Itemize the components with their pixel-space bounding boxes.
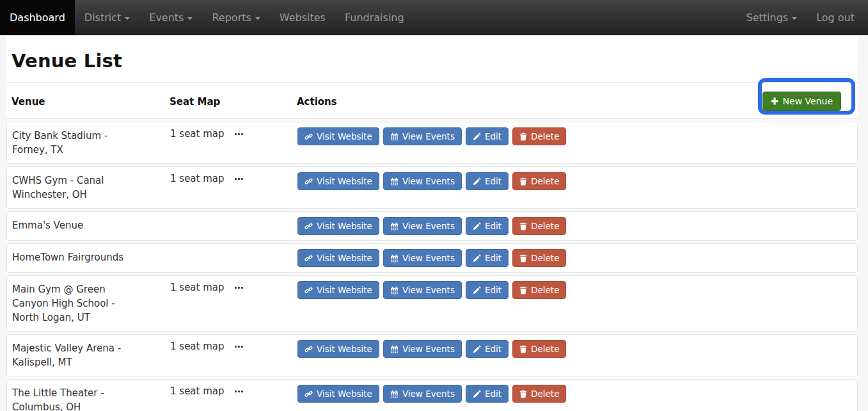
trash-icon	[519, 254, 527, 262]
view-events-button[interactable]: View Events	[383, 172, 462, 190]
delete-button[interactable]: Delete	[512, 249, 566, 267]
visit-website-button[interactable]: Visit Website	[297, 127, 379, 145]
link-icon	[304, 133, 313, 141]
new-venue-button-label: New Venue	[783, 96, 833, 106]
trash-icon	[519, 286, 527, 294]
nav-item-label: Events	[149, 12, 184, 24]
trash-icon	[519, 345, 527, 353]
top-navbar: DashboardDistrictEventsReportsWebsitesFu…	[0, 0, 868, 35]
pencil-icon	[473, 222, 481, 230]
pencil-icon	[473, 133, 481, 141]
delete-button[interactable]: Delete	[512, 217, 566, 235]
nav-item-district[interactable]: District	[75, 0, 139, 35]
venue-name: Emma's Venue	[7, 212, 170, 240]
edit-button[interactable]: Edit	[466, 281, 509, 299]
ellipsis-icon[interactable]	[233, 344, 244, 350]
venue-name: CWHS Gym - Canal Winchester, OH	[7, 167, 170, 208]
seat-map-label: 1 seat map	[170, 341, 225, 352]
nav-item-dashboard[interactable]: Dashboard	[0, 0, 75, 35]
view-events-button[interactable]: View Events	[383, 249, 462, 267]
table-row: Main Gym @ Green Canyon High School - No…	[6, 275, 858, 332]
link-icon	[304, 222, 313, 230]
nav-item-websites[interactable]: Websites	[270, 0, 335, 35]
pencil-icon	[473, 390, 481, 398]
link-icon	[304, 390, 313, 398]
trash-icon	[519, 133, 527, 141]
nav-item-settings[interactable]: Settings	[737, 0, 807, 35]
row-actions: Visit Website View Events Edit	[297, 212, 857, 240]
trash-icon	[519, 390, 527, 398]
content-panel: Venue List Venue Seat Map Actions New Ve…	[6, 36, 858, 411]
column-header-seat-map: Seat Map	[170, 83, 297, 118]
calendar-icon	[390, 345, 398, 353]
nav-item-reports[interactable]: Reports	[202, 0, 269, 35]
visit-website-button[interactable]: Visit Website	[297, 281, 379, 299]
visit-website-button[interactable]: Visit Website	[297, 385, 379, 403]
nav-item-label: Dashboard	[10, 12, 65, 24]
seat-map-cell: 1 seat map	[170, 335, 297, 352]
visit-website-button[interactable]: Visit Website	[297, 340, 379, 358]
nav-item-label: Websites	[280, 12, 326, 24]
nav-item-events[interactable]: Events	[139, 0, 202, 35]
delete-button[interactable]: Delete	[512, 281, 566, 299]
chevron-down-icon	[187, 17, 193, 20]
seat-map-cell	[170, 212, 297, 218]
pencil-icon	[473, 177, 481, 186]
edit-button[interactable]: Edit	[466, 340, 509, 358]
visit-website-button[interactable]: Visit Website	[297, 217, 379, 235]
navbar-left: DashboardDistrictEventsReportsWebsitesFu…	[0, 0, 414, 35]
table-body: City Bank Stadium - Forney, TX 1 seat ma…	[6, 122, 858, 411]
calendar-icon	[390, 390, 398, 398]
delete-button[interactable]: Delete	[512, 340, 566, 358]
table-header-row: Venue Seat Map Actions New Venue	[6, 82, 858, 119]
delete-button[interactable]: Delete	[512, 385, 566, 403]
seat-map-label: 1 seat map	[170, 173, 225, 184]
view-events-button[interactable]: View Events	[383, 217, 462, 235]
nav-item-log-out[interactable]: Log out	[807, 0, 864, 35]
nav-item-fundraising[interactable]: Fundraising	[335, 0, 414, 35]
view-events-button[interactable]: View Events	[383, 127, 462, 145]
ellipsis-icon[interactable]	[233, 176, 244, 182]
edit-button[interactable]: Edit	[466, 217, 509, 235]
table-row: Majestic Valley Arena - Kalispell, MT 1 …	[6, 334, 858, 376]
delete-button[interactable]: Delete	[512, 172, 566, 190]
ellipsis-icon[interactable]	[233, 285, 244, 291]
edit-button[interactable]: Edit	[466, 385, 509, 403]
link-icon	[304, 345, 313, 353]
seat-map-label: 1 seat map	[170, 282, 225, 293]
seat-map-cell	[170, 244, 297, 250]
calendar-icon	[390, 133, 398, 141]
ellipsis-icon[interactable]	[233, 389, 244, 394]
row-actions: Visit Website View Events Edit	[297, 335, 857, 376]
nav-item-label: Log out	[816, 12, 855, 24]
view-events-button[interactable]: View Events	[383, 385, 462, 403]
row-actions: Visit Website View Events Edit	[297, 122, 857, 163]
venue-name: Main Gym @ Green Canyon High School - No…	[7, 276, 170, 331]
nav-item-label: Settings	[746, 12, 789, 24]
row-actions: Visit Website View Events Edit	[297, 276, 857, 331]
seat-map-cell: 1 seat map	[170, 380, 297, 397]
edit-button[interactable]: Edit	[466, 172, 509, 190]
ellipsis-icon[interactable]	[233, 131, 244, 137]
edit-button[interactable]: Edit	[466, 249, 509, 267]
table-row: HomeTown Fairgrounds Visit Website	[6, 243, 858, 273]
delete-button[interactable]: Delete	[512, 127, 566, 145]
seat-map-cell: 1 seat map	[170, 167, 297, 184]
nav-item-label: Fundraising	[345, 12, 404, 24]
link-icon	[304, 177, 313, 186]
edit-button[interactable]: Edit	[466, 127, 509, 145]
calendar-icon	[390, 177, 398, 186]
new-venue-button[interactable]: New Venue	[762, 92, 841, 111]
seat-map-cell: 1 seat map	[170, 122, 297, 140]
visit-website-button[interactable]: Visit Website	[297, 249, 379, 267]
calendar-icon	[390, 222, 398, 230]
venue-name: Majestic Valley Arena - Kalispell, MT	[7, 335, 170, 376]
row-actions: Visit Website View Events Edit	[297, 380, 857, 411]
table-row: Emma's Venue Visit Website	[6, 211, 858, 241]
chevron-down-icon	[125, 17, 130, 20]
row-actions: Visit Website View Events Edit	[297, 167, 857, 208]
view-events-button[interactable]: View Events	[383, 281, 462, 299]
view-events-button[interactable]: View Events	[383, 340, 462, 358]
row-actions: Visit Website View Events Edit	[297, 244, 857, 272]
visit-website-button[interactable]: Visit Website	[297, 172, 379, 190]
